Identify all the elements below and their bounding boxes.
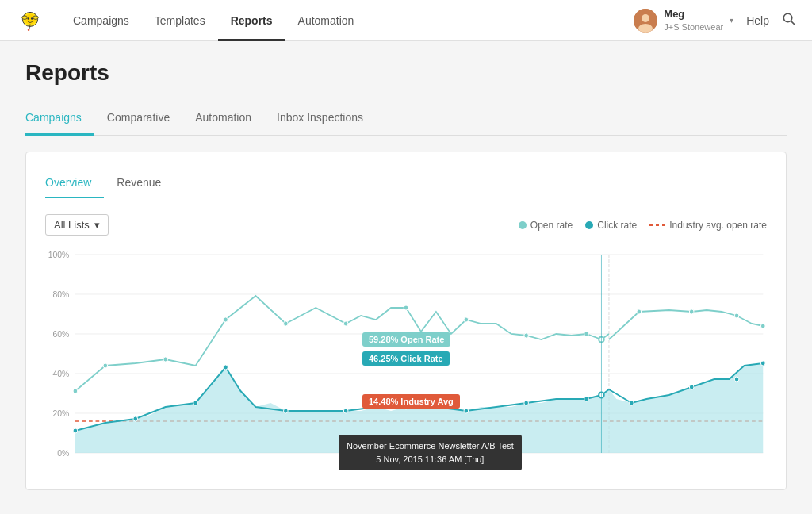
svg-point-34 <box>524 333 529 338</box>
legend-industry-avg: Industry avg. open rate <box>649 220 767 231</box>
tooltip-open-rate: 59.28% Open Rate <box>362 332 450 347</box>
svg-point-2 <box>27 17 29 20</box>
svg-point-35 <box>584 332 589 336</box>
svg-point-28 <box>163 357 168 362</box>
dropdown-arrow-icon: ▾ <box>94 219 100 231</box>
chart-inner-tabs: Overview Revenue <box>45 171 767 198</box>
nav-right: Meg J+S Stonewear ▾ Help <box>634 8 796 33</box>
svg-line-11 <box>791 21 795 25</box>
svg-point-6 <box>28 29 30 31</box>
chart-card: Overview Revenue All Lists ▾ Open rate C… <box>25 152 787 490</box>
nav-campaigns[interactable]: Campaigns <box>60 0 142 41</box>
svg-point-38 <box>689 309 694 314</box>
svg-point-53 <box>689 385 694 389</box>
legend-industry-avg-label: Industry avg. open rate <box>669 220 767 231</box>
nav-reports[interactable]: Reports <box>218 0 285 41</box>
svg-point-3 <box>31 17 33 20</box>
svg-point-40 <box>760 324 765 328</box>
campaign-name-text: November Ecommerce Newsletter A/B Test <box>347 439 514 453</box>
avatar <box>634 9 657 33</box>
tab-revenue[interactable]: Revenue <box>104 171 174 198</box>
tab-campaigns[interactable]: Campaigns <box>25 105 94 136</box>
svg-point-37 <box>637 309 642 314</box>
nav-automation[interactable]: Automation <box>285 0 367 41</box>
svg-text:20%: 20% <box>52 409 69 418</box>
svg-point-29 <box>224 317 228 322</box>
tooltip-click-rate: 46.25% Click Rate <box>362 351 450 366</box>
svg-point-55 <box>760 361 765 366</box>
page-content: Reports Campaigns Comparative Automation… <box>0 41 812 514</box>
svg-point-49 <box>524 401 529 405</box>
svg-point-32 <box>404 305 408 310</box>
svg-point-33 <box>464 317 469 322</box>
svg-point-52 <box>630 401 634 405</box>
svg-point-41 <box>73 428 78 433</box>
page-title: Reports <box>25 60 787 86</box>
svg-point-39 <box>734 313 739 318</box>
svg-point-42 <box>133 416 138 421</box>
legend-click-rate: Click rate <box>585 220 637 231</box>
click-rate-color <box>585 221 593 229</box>
tab-overview[interactable]: Overview <box>45 171 104 198</box>
svg-point-26 <box>73 389 78 393</box>
svg-point-30 <box>283 321 288 326</box>
open-rate-color <box>519 221 527 229</box>
top-nav: Campaigns Templates Reports Automation M… <box>0 0 812 41</box>
user-name: Meg <box>664 8 723 21</box>
svg-point-46 <box>343 409 348 413</box>
nav-links: Campaigns Templates Reports Automation <box>60 0 634 41</box>
chevron-down-icon: ▾ <box>730 16 733 25</box>
user-org: J+S Stonewear <box>664 21 723 33</box>
industry-avg-color <box>649 224 665 226</box>
chart-controls: All Lists ▾ Open rate Click rate Industr… <box>45 214 767 236</box>
legend-click-rate-label: Click rate <box>597 220 637 231</box>
svg-text:100%: 100% <box>48 250 70 259</box>
tab-comparative[interactable]: Comparative <box>94 105 182 136</box>
nav-templates[interactable]: Templates <box>142 0 218 41</box>
svg-point-43 <box>193 401 198 405</box>
legend-open-rate-label: Open rate <box>530 220 573 231</box>
user-info: Meg J+S Stonewear <box>664 8 723 33</box>
help-link[interactable]: Help <box>746 14 769 27</box>
tab-inbox-inspections[interactable]: Inbox Inspections <box>264 105 376 136</box>
tooltip-campaign-name: November Ecommerce Newsletter A/B Test 5… <box>339 435 522 470</box>
svg-text:60%: 60% <box>52 329 69 339</box>
dropdown-label: All Lists <box>54 219 90 231</box>
chart-area: 100% 80% 60% 40% 20% 0% <box>45 248 767 470</box>
svg-point-50 <box>584 397 589 401</box>
svg-point-31 <box>343 321 348 326</box>
tooltip-industry-avg: 14.48% Industry Avg <box>362 394 460 409</box>
all-lists-dropdown[interactable]: All Lists ▾ <box>45 214 109 236</box>
svg-point-44 <box>224 365 228 370</box>
svg-text:40%: 40% <box>52 369 69 378</box>
svg-point-27 <box>103 363 108 368</box>
search-icon[interactable] <box>782 12 796 29</box>
svg-point-8 <box>642 14 649 22</box>
user-menu[interactable]: Meg J+S Stonewear ▾ <box>634 8 733 33</box>
legend-open-rate: Open rate <box>519 220 573 231</box>
tab-automation[interactable]: Automation <box>182 105 264 136</box>
campaign-date-text: 5 Nov, 2015 11:36 AM [Thu] <box>347 453 514 466</box>
svg-text:80%: 80% <box>52 290 69 299</box>
svg-point-54 <box>734 377 739 382</box>
svg-text:0%: 0% <box>57 448 70 458</box>
svg-point-5 <box>22 15 27 18</box>
svg-point-4 <box>33 15 38 18</box>
chart-legend: Open rate Click rate Industry avg. open … <box>519 220 767 231</box>
svg-point-45 <box>283 409 288 413</box>
svg-point-48 <box>464 409 469 413</box>
reports-tabs: Campaigns Comparative Automation Inbox I… <box>25 105 787 136</box>
logo[interactable] <box>16 6 44 35</box>
